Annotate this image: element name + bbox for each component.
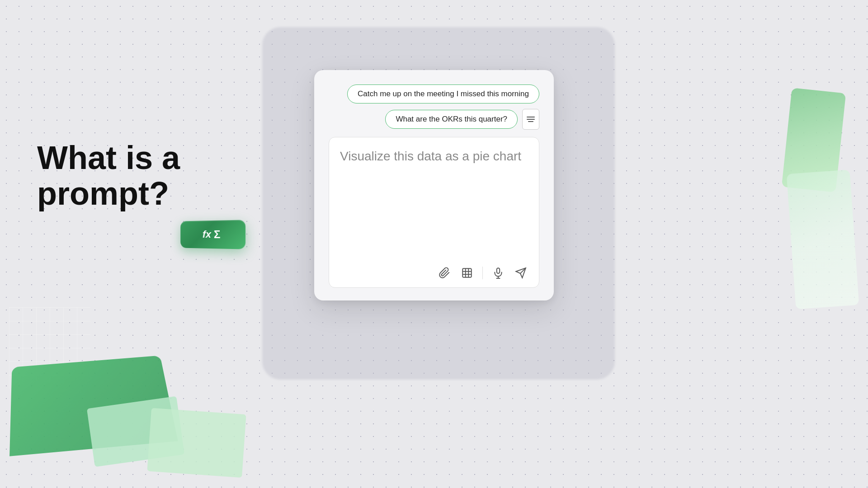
input-action-bar [340, 266, 528, 280]
send-icon[interactable] [514, 266, 528, 280]
prompt-chip-row-2: What are the OKRs this quarter? [385, 109, 539, 130]
microphone-icon[interactable] [491, 266, 505, 280]
sticky-note-2 [147, 408, 246, 478]
prompt-chip-1[interactable]: Catch me up on the meeting I missed this… [347, 84, 539, 103]
sigma-label: Σ [214, 228, 221, 241]
right-light-decoration [787, 169, 859, 309]
prompt-chip-2[interactable]: What are the OKRs this quarter? [385, 110, 518, 129]
attach-icon[interactable] [437, 266, 452, 280]
input-placeholder-text: Visualize this data as a pie chart [340, 147, 528, 165]
prompt-chips: Catch me up on the meeting I missed this… [329, 84, 539, 130]
chat-input-area[interactable]: Visualize this data as a pie chart [329, 137, 539, 288]
svg-rect-0 [462, 268, 472, 277]
notebook-line-3 [528, 121, 533, 122]
notebook-line-1 [527, 117, 535, 117]
action-divider [482, 267, 483, 279]
page-title: What is a prompt? [37, 140, 290, 211]
table-icon[interactable] [460, 266, 474, 280]
fx-label: fx [203, 229, 211, 240]
notebook-icon [522, 109, 539, 130]
notebook-line-2 [527, 119, 535, 120]
excel-formula-button[interactable]: fx Σ [180, 220, 245, 249]
chat-card: Catch me up on the meeting I missed this… [314, 70, 554, 300]
svg-rect-5 [497, 268, 500, 273]
